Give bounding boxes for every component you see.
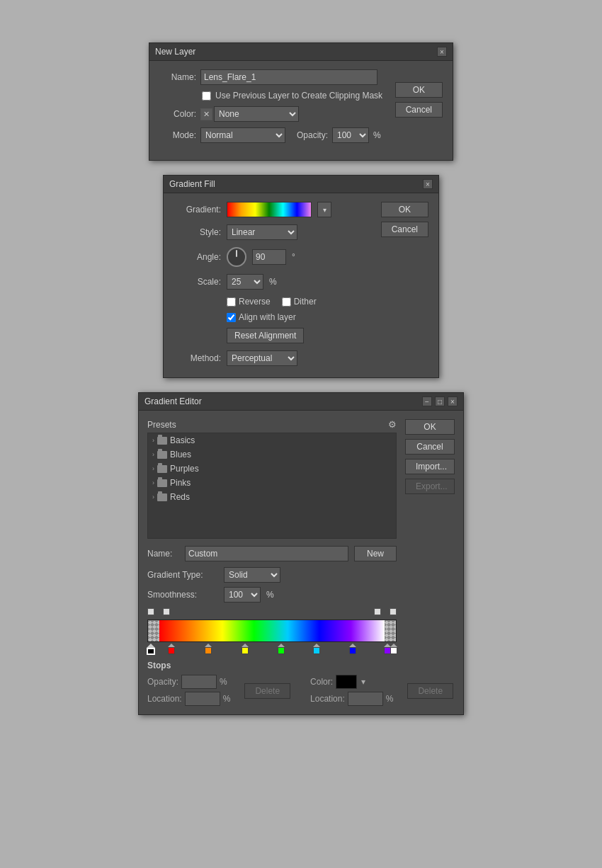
align-row: Align with layer [227, 312, 427, 322]
color-stop-orange[interactable] [204, 644, 212, 655]
color-stop-white[interactable] [390, 644, 398, 655]
opacity-stop-left[interactable] [147, 608, 154, 615]
gradient-fill-title: Gradient Fill [169, 179, 215, 189]
color-label: Color: [161, 109, 196, 119]
color-stop-blue[interactable] [348, 644, 357, 655]
smoothness-label: Smoothness: [147, 590, 218, 600]
chevron-right-icon: › [152, 437, 154, 444]
gradient-bar[interactable] [147, 619, 397, 642]
preset-item-purples[interactable]: › Purples [148, 462, 396, 476]
align-checkbox[interactable] [227, 313, 236, 322]
smoothness-row: Smoothness: 100 75 50 % [147, 587, 397, 603]
opacity-delete-button[interactable]: Delete [244, 683, 290, 699]
color-location-percent: % [386, 694, 394, 704]
preset-item-blues[interactable]: › Blues [148, 447, 396, 462]
chevron-right-icon: › [152, 479, 154, 486]
mode-select[interactable]: Normal Dissolve Multiply Screen Overlay [200, 127, 285, 143]
new-layer-ok-button[interactable]: OK [395, 82, 443, 98]
dither-checkbox[interactable] [282, 297, 291, 307]
preset-item-pinks[interactable]: › Pinks [148, 476, 396, 490]
gradient-editor-close-button[interactable]: × [448, 396, 458, 406]
chevron-down-icon: ▾ [323, 206, 326, 214]
gradient-fill-close-button[interactable]: × [423, 179, 433, 189]
reset-alignment-button[interactable]: Reset Alignment [227, 328, 304, 343]
opacity-stop-right2[interactable] [374, 608, 381, 615]
gradient-fill-ok-button[interactable]: OK [381, 202, 428, 217]
color-swatch-arrow[interactable]: ▾ [361, 677, 365, 687]
preset-item-basics[interactable]: › Basics [148, 433, 396, 447]
preset-item-reds[interactable]: › Reds [148, 490, 396, 504]
color-swatch[interactable] [336, 675, 357, 689]
style-label: Style: [175, 227, 221, 237]
scale-select[interactable]: 25 50 75 100 [227, 274, 263, 290]
opacity-label: Opacity: [297, 130, 328, 140]
mode-label: Mode: [161, 130, 196, 140]
gradient-editor-export-button[interactable]: Export... [405, 479, 455, 494]
gradient-type-label: Gradient Type: [147, 570, 218, 580]
preset-blues-label: Blues [170, 450, 191, 459]
gradient-editor-titlebar: Gradient Editor − □ × [139, 393, 463, 411]
ge-name-label: Name: [147, 549, 179, 559]
new-gradient-button[interactable]: New [354, 546, 397, 561]
name-label: Name: [161, 72, 196, 82]
presets-label: Presets ⚙ [147, 419, 397, 430]
opacity-stops-input[interactable] [181, 675, 217, 689]
angle-dial[interactable] [227, 247, 246, 267]
color-stop-red[interactable] [167, 644, 176, 655]
opacity-select[interactable]: 100 75 50 25 0 [332, 127, 369, 143]
chevron-right-icon: › [152, 451, 154, 458]
scale-label: Scale: [175, 277, 221, 287]
gradient-editor-ok-button[interactable]: OK [405, 419, 455, 435]
gradient-editor-import-button[interactable]: Import... [405, 459, 455, 474]
degree-symbol: ° [292, 252, 295, 262]
opacity-location-input[interactable] [185, 692, 220, 706]
gradient-type-row: Gradient Type: Solid Noise [147, 567, 397, 583]
color-stop-green[interactable] [277, 644, 285, 655]
opacity-stops-label: Opacity: [147, 677, 178, 687]
name-input[interactable] [200, 69, 377, 85]
gradient-editor-maximize-button[interactable]: □ [435, 396, 445, 406]
color-stop-black[interactable] [146, 644, 156, 655]
opacity-stops-row [147, 608, 397, 619]
presets-list[interactable]: › Basics › Blues › Purples › Pin [147, 433, 397, 539]
gradient-fill-body: Gradient: ▾ Style: Linear Radial Angle R… [164, 193, 438, 377]
color-stop-yellow[interactable] [241, 644, 249, 655]
color-stops-row [147, 642, 397, 655]
angle-label: Angle: [175, 252, 221, 262]
ge-name-input[interactable] [185, 546, 348, 561]
opacity-stops-percent: % [220, 677, 227, 687]
color-stop-cyan[interactable] [312, 644, 321, 655]
style-select[interactable]: Linear Radial Angle Reflected Diamond [227, 224, 297, 240]
angle-input[interactable] [252, 249, 286, 265]
gradient-editor-minimize-button[interactable]: − [422, 396, 432, 406]
gradient-preview[interactable] [227, 202, 312, 217]
gradient-fill-dialog: Gradient Fill × Gradient: ▾ Style: Linea… [163, 175, 439, 378]
smoothness-select[interactable]: 100 75 50 [224, 587, 261, 603]
clipping-mask-label: Use Previous Layer to Create Clipping Ma… [215, 91, 382, 101]
stops-section-label: Stops [147, 661, 397, 670]
color-select[interactable]: None Red Orange Yellow Green Blue Violet… [214, 106, 299, 122]
reverse-checkbox[interactable] [227, 297, 236, 307]
gradient-bar-container [147, 608, 397, 655]
opacity-percent: % [373, 130, 381, 140]
opacity-stop-left2[interactable] [163, 608, 170, 615]
align-label: Align with layer [227, 312, 296, 322]
clipping-mask-checkbox[interactable] [202, 91, 211, 101]
gradient-type-select[interactable]: Solid Noise [224, 567, 280, 583]
scale-percent: % [269, 277, 277, 287]
method-select[interactable]: Perceptual Linear Luminance [227, 350, 297, 366]
preset-purples-label: Purples [170, 464, 199, 474]
folder-icon [157, 451, 167, 459]
checks-row: Reverse Dither [227, 297, 427, 307]
opacity-stop-right[interactable] [390, 608, 397, 615]
new-layer-cancel-button[interactable]: Cancel [395, 102, 443, 118]
folder-icon [157, 479, 167, 487]
presets-gear-icon[interactable]: ⚙ [388, 419, 397, 430]
gradient-dropdown-arrow[interactable]: ▾ [317, 202, 331, 217]
gradient-editor-cancel-button[interactable]: Cancel [405, 439, 455, 455]
new-layer-close-button[interactable]: × [437, 47, 447, 57]
gradient-fill-cancel-button[interactable]: Cancel [381, 222, 428, 237]
color-location-input[interactable] [348, 692, 383, 706]
opacity-location-label: Location: [147, 694, 182, 704]
gradient-editor-dialog: Gradient Editor − □ × Presets ⚙ › Basics… [138, 392, 464, 715]
